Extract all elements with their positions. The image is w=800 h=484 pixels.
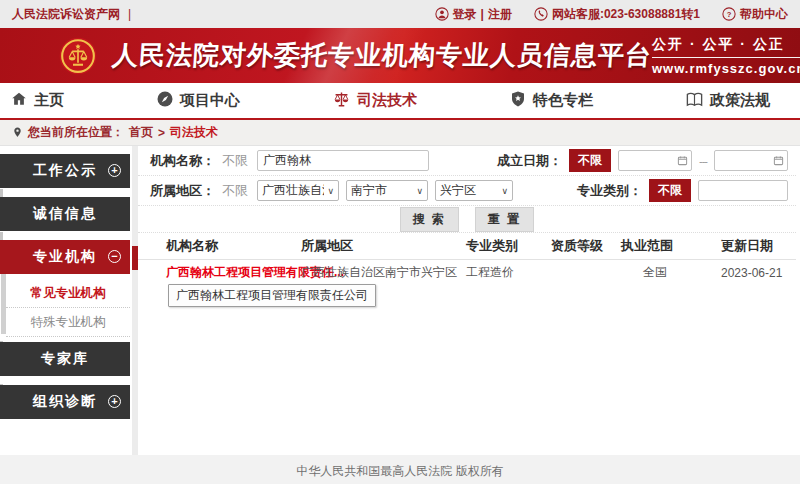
court-emblem-logo: [58, 36, 98, 76]
scales-icon: [332, 90, 351, 112]
category-input[interactable]: [698, 180, 788, 201]
results-table-header: 机构名称 所属地区 专业类别 资质等级 执业范围 更新日期: [138, 233, 796, 260]
help-center-group[interactable]: ? 帮助中心: [722, 6, 788, 23]
search-button[interactable]: 搜 索: [400, 207, 459, 232]
calendar-icon: [677, 155, 688, 166]
nav-label: 政策法规: [710, 91, 770, 110]
sidebar-item-expert-database[interactable]: 专家库: [0, 342, 130, 376]
shield-star-icon: [509, 90, 527, 111]
nav-label: 司法技术: [357, 91, 417, 110]
category-label: 专业类别：: [577, 182, 642, 200]
sidebar-item-integrity-info[interactable]: 诚信信息: [0, 197, 130, 231]
top-utility-bar: 人民法院诉讼资产网 | 登录 | 注册 网站客服:023-63088881转1 …: [0, 0, 800, 28]
col-header-org-name: 机构名称: [138, 237, 301, 255]
found-date-start-wrap: [618, 150, 692, 171]
table-row: 广西翰林工程项目管理有限责任... 广西壮族自治区南宁市兴宁区 工程造价 全国 …: [138, 260, 796, 285]
service-phone-group: 网站客服:023-63088881转1: [534, 6, 700, 23]
expand-plus-icon: +: [108, 164, 121, 177]
col-header-category: 专业类别: [466, 237, 551, 255]
breadcrumb-current: 司法技术: [170, 124, 218, 141]
region-unlimited-option[interactable]: 不限: [222, 182, 248, 200]
expand-plus-icon: +: [108, 395, 121, 408]
nav-item-home[interactable]: 主页: [10, 90, 64, 111]
login-register-divider: |: [481, 7, 484, 21]
org-name-unlimited-option[interactable]: 不限: [222, 152, 248, 170]
sidebar-item-work-publicity[interactable]: 工作公示 +: [0, 154, 130, 188]
nav-item-judicial-tech[interactable]: 司法技术: [332, 90, 417, 112]
compass-icon: [156, 90, 174, 111]
chevron-down-icon: ∨: [501, 186, 508, 196]
svg-text:?: ?: [727, 10, 732, 19]
sidebar-item-professional-institutions[interactable]: 专业机构 −: [0, 240, 130, 274]
home-icon: [10, 90, 28, 111]
professional-institutions-submenu: 常见专业机构 特殊专业机构: [6, 279, 130, 337]
slogan-text: 公开 · 公平 · 公正: [652, 36, 800, 58]
nav-label: 特色专栏: [533, 91, 593, 110]
submenu-item-label: 常见专业机构: [31, 285, 106, 302]
phone-icon: [534, 7, 548, 21]
banner-slogan-block: 公开 · 公平 · 公正 www.rmfysszc.gov.cn: [652, 36, 800, 76]
category-unlimited-button[interactable]: 不限: [649, 179, 691, 202]
content-area: 工作公示 + 诚信信息 专业机构 − 常见专业机构 特殊专业机构 专家库 组织诊…: [0, 146, 800, 455]
chevron-down-icon: ∨: [416, 186, 423, 196]
submenu-item-common-institutions[interactable]: 常见专业机构: [6, 279, 130, 308]
platform-title: 人民法院对外委托专业机构专业人员信息平台: [111, 38, 653, 73]
found-date-end-wrap: [714, 150, 788, 171]
location-pin-icon: [12, 126, 23, 139]
found-date-unlimited-button[interactable]: 不限: [569, 149, 611, 172]
breadcrumb-prefix: 您当前所在位置：: [28, 124, 124, 141]
service-phone-text: 网站客服:023-63088881转1: [552, 6, 700, 23]
cell-updated: 2023-06-21: [721, 266, 796, 280]
website-url: www.rmfysszc.gov.cn: [652, 58, 800, 76]
register-link[interactable]: 注册: [488, 6, 512, 23]
sidebar-item-label: 工作公示: [33, 162, 97, 180]
calendar-icon: [773, 155, 784, 166]
question-icon: ?: [722, 7, 736, 21]
filter-actions-row: 搜 索 重 置: [138, 206, 796, 233]
cell-category: 工程造价: [466, 264, 551, 281]
submenu-item-label: 特殊专业机构: [31, 314, 106, 331]
sidebar-item-label: 专家库: [41, 350, 89, 368]
org-name-label: 机构名称：: [150, 152, 215, 170]
sidebar-item-label: 诚信信息: [33, 205, 97, 223]
nav-label: 主页: [34, 91, 64, 110]
user-icon: [435, 7, 449, 21]
nav-label: 项目中心: [180, 91, 240, 110]
date-range-separator: ---: [699, 155, 707, 167]
cell-region: 广西壮族自治区南宁市兴宁区: [301, 264, 466, 281]
sidebar-item-label: 专业机构: [33, 248, 97, 266]
topbar-right-group: 登录 | 注册 网站客服:023-63088881转1 ? 帮助中心: [419, 6, 788, 23]
col-header-grade: 资质等级: [551, 237, 621, 255]
submenu-item-special-institutions[interactable]: 特殊专业机构: [6, 308, 130, 337]
chevron-down-icon: ∨: [327, 186, 334, 196]
col-header-updated: 更新日期: [721, 237, 796, 255]
litigation-assets-site-link[interactable]: 人民法院诉讼资产网: [12, 6, 120, 23]
help-center-link[interactable]: 帮助中心: [740, 6, 788, 23]
col-header-region: 所属地区: [301, 237, 466, 255]
nav-item-project-center[interactable]: 项目中心: [156, 90, 240, 111]
org-name-input[interactable]: [257, 150, 429, 171]
col-header-scope: 执业范围: [621, 237, 721, 255]
cell-scope: 全国: [621, 264, 721, 281]
breadcrumb-separator: >: [158, 126, 165, 140]
page-footer: 中华人民共和国最高人民法院 版权所有: [0, 455, 800, 484]
sidebar-item-label: 组织诊断: [33, 393, 97, 411]
nav-item-special-column[interactable]: 特色专栏: [509, 90, 593, 111]
sidebar-item-org-diagnosis[interactable]: 组织诊断 +: [0, 385, 130, 419]
filter-row-name-date: 机构名称： 不限 成立日期： 不限 ---: [138, 146, 796, 176]
collapse-minus-icon: −: [108, 250, 121, 263]
reset-button[interactable]: 重 置: [475, 207, 534, 232]
city-select[interactable]: 南宁市∨: [346, 180, 428, 201]
breadcrumb-home-link[interactable]: 首页: [129, 124, 153, 141]
district-value: 兴宁区: [440, 182, 476, 199]
main-nav: 主页 项目中心 司法技术 特色专栏 政策法规: [0, 83, 800, 120]
province-value: 广西壮族自治: [262, 182, 324, 199]
site-banner: 人民法院对外委托专业机构专业人员信息平台 公开 · 公平 · 公正 www.rm…: [0, 28, 800, 83]
district-select[interactable]: 兴宁区∨: [435, 180, 513, 201]
nav-item-policy[interactable]: 政策法规: [685, 90, 770, 112]
region-label: 所属地区：: [150, 182, 215, 200]
copyright-text: 中华人民共和国最高人民法院 版权所有: [296, 464, 503, 478]
login-register-group: 登录 | 注册: [435, 6, 512, 23]
login-link[interactable]: 登录: [453, 6, 477, 23]
province-select[interactable]: 广西壮族自治∨: [257, 180, 339, 201]
